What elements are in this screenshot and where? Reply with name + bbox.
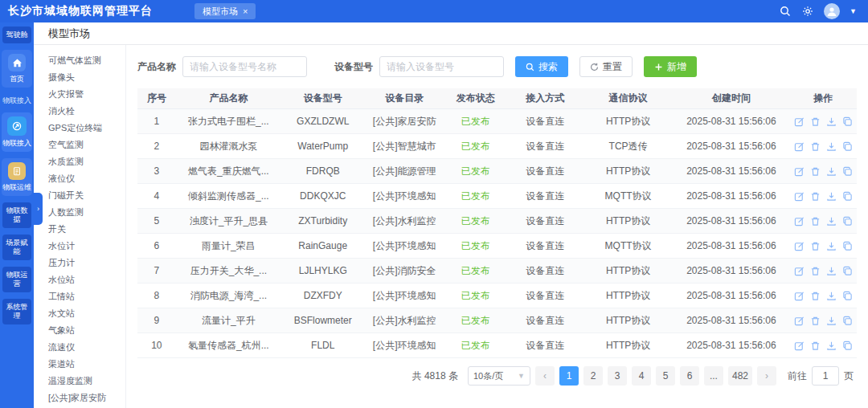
category-item[interactable]: 可燃气体监测 (34, 51, 125, 68)
category-item[interactable]: 水质监测 (34, 153, 125, 169)
search-icon[interactable] (779, 5, 792, 18)
download-icon[interactable] (826, 341, 837, 351)
category-item[interactable]: 工情站 (34, 288, 125, 304)
settings-icon[interactable] (801, 5, 814, 18)
device-model-input[interactable] (379, 56, 504, 77)
category-item[interactable]: 门磁开关 (34, 186, 125, 203)
tab-close-icon[interactable]: × (243, 3, 248, 19)
category-item[interactable]: 水文站 (34, 304, 125, 321)
product-name-input[interactable] (182, 56, 307, 77)
page-button[interactable]: 1 (559, 366, 579, 386)
edit-icon[interactable] (794, 166, 805, 177)
download-icon[interactable] (826, 191, 837, 202)
page-button[interactable]: 5 (656, 366, 675, 386)
download-icon[interactable] (826, 141, 837, 152)
sidebar-expand-handle[interactable]: › (34, 193, 43, 225)
download-icon[interactable] (826, 316, 837, 326)
category-item[interactable]: 气象站 (34, 321, 125, 338)
delete-icon[interactable] (810, 191, 821, 202)
copy-icon[interactable] (842, 266, 853, 276)
download-icon[interactable] (826, 266, 837, 276)
category-item[interactable]: 人数监测 (34, 203, 125, 220)
download-icon[interactable] (826, 241, 837, 251)
delete-icon[interactable] (810, 316, 821, 326)
status-badge: 已发布 (444, 339, 507, 353)
category-item[interactable]: 温湿度监测 (34, 372, 125, 389)
category-item[interactable]: 消火栓 (34, 102, 125, 119)
delete-icon[interactable] (810, 291, 821, 301)
prev-page-button[interactable]: ‹ (535, 366, 555, 386)
copy-icon[interactable] (842, 191, 853, 202)
category-item[interactable]: 水位计 (34, 237, 125, 254)
sidebar-section-iot-access[interactable]: 物联接入 (2, 96, 31, 106)
delete-icon[interactable] (810, 166, 821, 177)
page-button[interactable]: 4 (632, 366, 651, 386)
copy-icon[interactable] (842, 316, 853, 326)
sidebar-item-system-mgmt[interactable]: 系统管理 (2, 299, 31, 324)
download-icon[interactable] (826, 216, 837, 226)
reset-button[interactable]: 重置 (579, 56, 633, 77)
page-size-select[interactable]: 10条/页 ▼ (468, 366, 530, 386)
edit-icon[interactable] (794, 116, 805, 127)
page-button[interactable]: 482 (728, 366, 752, 386)
delete-icon[interactable] (810, 241, 821, 251)
search-button[interactable]: 搜索 (515, 56, 568, 77)
sidebar-item-scene-enable[interactable]: 场景赋能 (2, 235, 31, 260)
sidebar-item-iot-data[interactable]: 物联数据 (2, 202, 31, 228)
add-button[interactable]: 新增 (644, 56, 697, 77)
delete-icon[interactable] (810, 341, 821, 351)
edit-icon[interactable] (794, 191, 805, 202)
edit-icon[interactable] (794, 141, 805, 152)
copy-icon[interactable] (842, 216, 853, 226)
category-item[interactable]: [公共]家居安防 (34, 389, 125, 406)
delete-icon[interactable] (810, 266, 821, 276)
category-item[interactable]: 摄像头 (34, 68, 125, 85)
tab-model-market[interactable]: 模型市场 × (194, 3, 256, 19)
sidebar-item-home[interactable]: 首页 (2, 50, 32, 88)
edit-icon[interactable] (794, 341, 805, 351)
edit-icon[interactable] (794, 216, 805, 226)
edit-icon[interactable] (794, 291, 805, 301)
edit-icon[interactable] (794, 266, 805, 276)
copy-icon[interactable] (842, 291, 853, 301)
category-item[interactable]: 火灾报警 (34, 85, 125, 102)
copy-icon[interactable] (842, 141, 853, 152)
sidebar-item-iot-access[interactable]: 物联接入 (2, 112, 32, 152)
sidebar-item-iot-operation[interactable]: 物联运营 (2, 267, 31, 292)
goto-page-input[interactable] (812, 366, 839, 386)
caret-down-icon[interactable]: ▼ (850, 7, 857, 15)
category-item[interactable]: GPS定位终端 (34, 119, 125, 136)
category-item[interactable]: 水位站 (34, 271, 125, 288)
page-button[interactable]: 2 (583, 366, 603, 386)
row-actions (789, 116, 857, 127)
copy-icon[interactable] (842, 341, 853, 351)
created-time: 2025-08-31 15:56:06 (673, 116, 789, 127)
more-pages-button[interactable]: ... (704, 366, 723, 386)
sidebar-item-iot-ops[interactable]: 物联运维 (2, 158, 32, 196)
row-index: 5 (137, 215, 176, 226)
category-item[interactable]: 开关 (34, 220, 125, 237)
delete-icon[interactable] (810, 116, 821, 127)
edit-icon[interactable] (794, 241, 805, 251)
delete-icon[interactable] (810, 141, 821, 152)
page-button[interactable]: 6 (680, 366, 699, 386)
page-button[interactable]: 3 (608, 366, 627, 386)
avatar[interactable] (824, 3, 840, 19)
category-item[interactable]: 渠道站 (34, 355, 125, 372)
copy-icon[interactable] (842, 116, 853, 127)
edit-icon[interactable] (794, 316, 805, 326)
access-mode: 设备直连 (506, 264, 583, 278)
category-item[interactable]: 压力计 (34, 254, 125, 271)
download-icon[interactable] (826, 291, 837, 301)
category-item[interactable]: 流速仪 (34, 338, 125, 355)
download-icon[interactable] (826, 166, 837, 177)
copy-icon[interactable] (842, 166, 853, 177)
download-icon[interactable] (826, 116, 837, 127)
category-item[interactable]: 空气监测 (34, 136, 125, 153)
delete-icon[interactable] (810, 216, 821, 226)
copy-icon[interactable] (842, 241, 853, 251)
sidebar-item-cockpit[interactable]: 驾驶舱 (2, 27, 31, 43)
next-page-button[interactable]: › (757, 366, 776, 386)
content-area: 模型市场 可燃气体监测摄像头火灾报警消火栓GPS定位终端空气监测水质监测液位仪门… (34, 22, 868, 408)
category-item[interactable]: 液位仪 (34, 169, 125, 186)
